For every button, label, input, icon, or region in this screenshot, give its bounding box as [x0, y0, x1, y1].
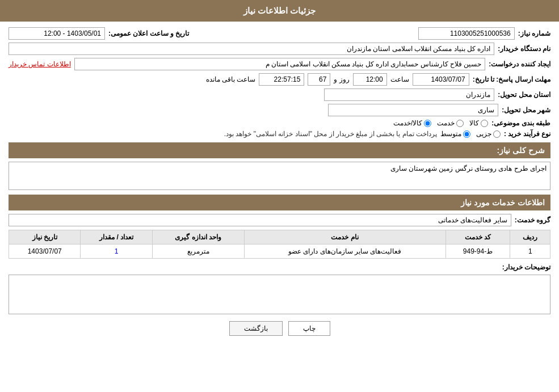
label-mohlatRoz: روز و — [334, 75, 349, 83]
radio-kala-input[interactable] — [481, 120, 488, 127]
button-row: چاپ بازگشت — [9, 321, 550, 336]
row-tozihat: توضیحات خریدار: — [9, 263, 550, 314]
radio-kala-label: کالا — [469, 119, 479, 127]
cell-date: 1403/07/07 — [9, 245, 81, 259]
row-grohe: گروه خدمت: سایر فعالیت‌های خدماتی — [9, 214, 550, 226]
label-namDastgah: نام دستگاه خریدار: — [498, 45, 550, 53]
cell-count: 1 — [81, 245, 152, 259]
label-mohlatRemaining: ساعت باقی مانده — [206, 75, 256, 83]
col-unit: واحد اندازه گیری — [152, 230, 244, 245]
value-mohlatCountdown: 22:57:15 — [259, 73, 304, 86]
radio-motavasset: متوسط — [440, 130, 470, 138]
label-shahr: شهر محل تحویل: — [502, 106, 550, 114]
cell-unit: مترمربع — [152, 245, 244, 259]
radio-jozi-input[interactable] — [493, 130, 501, 138]
radio-motavasset-input[interactable] — [463, 130, 470, 138]
cell-radif: 1 — [510, 245, 550, 259]
label-mohlatSaat: ساعت — [390, 75, 409, 83]
row-shomareNiaz: شماره نیاز: 1103005251000536 تاریخ و ساع… — [9, 27, 550, 40]
section-amaliat: اطلاعات خدمات مورد نیاز — [9, 195, 550, 210]
col-date: تاریخ نیاز — [9, 230, 81, 245]
row-noefarayand: نوع فرآیند خرید : جزیی متوسط پرداخت تمام… — [9, 130, 550, 138]
table-row: 1 ط-94-949 فعالیت‌های سایر سازمان‌های دا… — [9, 245, 550, 259]
radio-kalaKhadamat-input[interactable] — [424, 120, 431, 127]
value-shahr: ساری — [328, 104, 498, 116]
page-container: جزئیات اطلاعات نیاز شماره نیاز: 11030052… — [0, 0, 559, 392]
main-content: شماره نیاز: 1103005251000536 تاریخ و ساع… — [0, 22, 559, 347]
print-button[interactable]: چاپ — [288, 321, 330, 336]
label-tarighe: طبقه بندی موضوعی: — [491, 119, 550, 127]
label-grohe: گروه خدمت: — [515, 216, 550, 224]
tozihat-input[interactable] — [9, 275, 550, 314]
value-grohe: سایر فعالیت‌های خدماتی — [9, 214, 511, 226]
section-amaliat-label: اطلاعات خدمات مورد نیاز — [461, 198, 545, 207]
row-ijadKonande: ایجاد کننده درخواست: حسین فلاح کارشناس ح… — [9, 58, 550, 70]
label-noefarayand: نوع فرآیند خرید : — [504, 130, 550, 138]
value-mohlatSaat: 12:00 — [353, 73, 387, 86]
radio-khadamat: خدمت — [437, 119, 464, 127]
radio-jozi-label: جزیی — [476, 130, 491, 138]
value-mohlatRoz: 67 — [308, 73, 330, 86]
row-ostan: استان محل تحویل: مازندران — [9, 88, 550, 101]
row-tarighe: طبقه بندی موضوعی: کالا خدمت کالا/خدمت — [9, 119, 550, 127]
label-ijadKonande: ایجاد کننده درخواست: — [489, 60, 550, 68]
label-tozihat: توضیحات خریدار: — [502, 263, 550, 271]
page-header: جزئیات اطلاعات نیاز — [0, 0, 559, 22]
radio-khadamat-input[interactable] — [456, 120, 464, 127]
value-shomareNiaz: 1103005251000536 — [418, 27, 515, 40]
col-radif: ردیف — [510, 230, 550, 245]
value-ostan: مازندران — [324, 88, 494, 101]
radio-kalaKhadamat-label: کالا/خدمت — [393, 119, 422, 127]
row-mohlat: مهلت ارسال پاسخ: تا تاریخ: 1403/07/07 سا… — [9, 73, 550, 86]
services-table: ردیف کد خدمت نام خدمت واحد اندازه گیری ت… — [9, 230, 550, 259]
radio-noefarayand: جزیی متوسط — [440, 130, 501, 138]
page-title: جزئیات اطلاعات نیاز — [243, 6, 316, 15]
value-takhDate: 1403/05/01 - 12:00 — [9, 27, 105, 40]
label-shomareNiaz: شماره نیاز: — [518, 29, 550, 37]
cell-kod: ط-94-949 — [445, 245, 510, 259]
cell-name: فعالیت‌های سایر سازمان‌های دارای عضو — [244, 245, 445, 259]
radio-tarighe: کالا خدمت کالا/خدمت — [393, 119, 488, 127]
link-ijadKonande[interactable]: اطلاعات تماس خریدار — [9, 60, 71, 68]
value-mohlatDate: 1403/07/07 — [413, 73, 469, 86]
label-ostan: استان محل تحویل: — [498, 91, 550, 99]
col-count: تعداد / مقدار — [81, 230, 152, 245]
radio-khadamat-label: خدمت — [437, 119, 455, 127]
radio-motavasset-label: متوسط — [440, 130, 461, 138]
label-takhDate: تاریخ و ساعت اعلان عمومی: — [108, 29, 189, 37]
value-namDastgah: اداره کل بنیاد مسکن انقلاب اسلامی استان … — [9, 43, 494, 55]
noefarayand-desc: پرداخت تمام یا بخشی از مبلغ خریدار از مح… — [224, 130, 437, 138]
takhlis-value: اجرای طرح هادی روستای نرگس زمین شهرستان … — [9, 162, 550, 190]
radio-kalaKhadamat: کالا/خدمت — [393, 119, 431, 127]
col-name: نام خدمت — [244, 230, 445, 245]
row-shahr: شهر محل تحویل: ساری — [9, 104, 550, 116]
radio-jozi: جزیی — [476, 130, 501, 138]
back-button[interactable]: بازگشت — [229, 321, 283, 336]
radio-kala: کالا — [469, 119, 488, 127]
takhlis-container: اجرای طرح هادی روستای نرگس زمین شهرستان … — [9, 162, 550, 190]
label-mohlat: مهلت ارسال پاسخ: تا تاریخ: — [473, 75, 550, 83]
row-namDastgah: نام دستگاه خریدار: اداره کل بنیاد مسکن ا… — [9, 43, 550, 55]
value-ijadKonande: حسین فلاح کارشناس حسابداری اداره کل بنیا… — [74, 58, 486, 70]
section-takhlis: شرح کلی نیاز: — [9, 142, 550, 158]
section-takhlis-label: شرح کلی نیاز: — [497, 146, 545, 155]
col-kod: کد خدمت — [445, 230, 510, 245]
